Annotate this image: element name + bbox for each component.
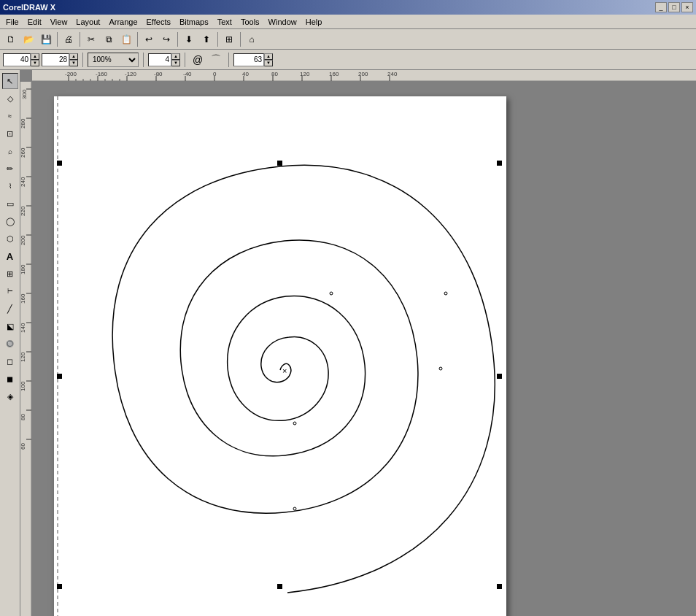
handle-bottom-right[interactable] (497, 584, 502, 589)
separator-tb2-1 (82, 53, 83, 67)
menu-help[interactable]: Help (301, 16, 327, 28)
svg-text:-200: -200 (65, 71, 77, 77)
handle-top-left[interactable] (57, 161, 62, 166)
page-canvas: × (54, 96, 506, 616)
separator-tb2-4 (228, 53, 229, 67)
x-spin-buttons[interactable]: ▲ ▼ (31, 53, 39, 66)
handle-bottom-left[interactable] (57, 584, 62, 589)
y-input[interactable]: 28 (42, 53, 69, 66)
redo-button[interactable]: ↪ (158, 31, 174, 47)
export-button[interactable]: ⬆ (198, 31, 214, 47)
fill-tool[interactable]: ◼ (2, 371, 18, 387)
handle-bottom-center[interactable] (277, 584, 282, 589)
dimension-tool[interactable]: ⊢ (2, 283, 18, 299)
svg-text:240: 240 (20, 177, 26, 187)
y-spin-buttons[interactable]: ▲ ▼ (69, 53, 78, 66)
maximize-button[interactable]: □ (668, 2, 680, 12)
expansion-buttons[interactable]: ▲ ▼ (264, 53, 273, 66)
svg-text:160: 160 (20, 293, 26, 304)
menu-arrange[interactable]: Arrange (104, 16, 142, 28)
logarithmic-spiral-button[interactable]: ⌒ (208, 52, 224, 68)
ruler-top-svg: -200 -160 -120 -80 -40 0 40 80 120 160 (32, 70, 696, 82)
ruler-left-svg: 300 280 260 240 220 200 180 160 140 120 (20, 82, 32, 616)
table-tool[interactable]: ⊞ (2, 266, 18, 282)
expansion-increment[interactable]: ▲ (264, 53, 273, 60)
copy-button[interactable]: ⧉ (101, 31, 117, 47)
svg-text:100: 100 (20, 381, 26, 391)
interactive-fill-tool[interactable]: ◈ (2, 388, 18, 404)
symmetric-spiral-button[interactable]: @ (190, 52, 206, 68)
shape-tool[interactable]: ◇ (2, 91, 18, 107)
y-increment[interactable]: ▲ (69, 53, 78, 60)
separator-2 (80, 32, 80, 47)
x-increment[interactable]: ▲ (31, 53, 39, 60)
menu-file[interactable]: File (1, 16, 23, 28)
spiral-turns-decrement[interactable]: ▼ (171, 60, 180, 66)
x-input[interactable]: 40 (3, 53, 31, 66)
canvas-area[interactable]: -200 -160 -120 -80 -40 0 40 80 120 160 (20, 70, 696, 616)
menu-layout[interactable]: Layout (71, 16, 104, 28)
cut-button[interactable]: ✂ (83, 31, 99, 47)
handle-middle-left[interactable] (57, 374, 62, 379)
menu-view[interactable]: View (46, 16, 72, 28)
text-tool[interactable]: A (2, 248, 18, 264)
separator-4 (177, 32, 178, 47)
welcome-button[interactable]: ⌂ (244, 31, 260, 47)
zoom-dropdown[interactable]: 100% 50% 75% 150% 200% (88, 53, 139, 67)
y-spinbox[interactable]: 28 ▲ ▼ (42, 53, 78, 66)
undo-button[interactable]: ↩ (141, 31, 157, 47)
expansion-decrement[interactable]: ▼ (264, 60, 273, 66)
spiral-drawing: × (54, 96, 506, 616)
handle-middle-right[interactable] (497, 374, 502, 379)
minimize-button[interactable]: _ (655, 2, 667, 12)
import-button[interactable]: ⬇ (181, 31, 197, 47)
connector-tool[interactable]: ╱ (2, 301, 18, 317)
separator-5 (217, 32, 218, 47)
menu-bitmaps[interactable]: Bitmaps (175, 16, 213, 28)
x-spinbox[interactable]: 40 ▲ ▼ (3, 53, 39, 66)
print-button[interactable]: 🖨 (61, 31, 77, 47)
expansion-input[interactable]: 63 (233, 53, 264, 66)
eyedropper-tool[interactable]: 🔘 (2, 336, 18, 352)
svg-text:-40: -40 (183, 71, 192, 77)
smart-draw-tool[interactable]: ⌇ (2, 178, 18, 194)
spiral-turns-increment[interactable]: ▲ (171, 53, 180, 60)
zoom-tool[interactable]: ⌕ (2, 143, 18, 159)
menu-window[interactable]: Window (264, 16, 301, 28)
separator-3 (137, 32, 138, 47)
spiral-path (112, 165, 495, 593)
polygon-tool[interactable]: ⬡ (2, 231, 18, 247)
crop-tool[interactable]: ⊡ (2, 126, 18, 142)
menu-edit[interactable]: Edit (23, 16, 46, 28)
y-decrement[interactable]: ▼ (69, 60, 78, 66)
arc-midpoint-bottom (293, 507, 296, 510)
window-controls[interactable]: _ □ × (655, 2, 693, 12)
blend-tool[interactable]: ⬕ (2, 318, 18, 334)
canvas-scroll[interactable]: × (32, 82, 696, 616)
app-launcher-button[interactable]: ⊞ (221, 31, 237, 47)
spiral-turns-input[interactable]: 4 (148, 53, 171, 66)
freehand-tool[interactable]: ✏ (2, 161, 18, 177)
menu-tools[interactable]: Tools (236, 16, 264, 28)
menu-bar: File Edit View Layout Arrange Effects Bi… (0, 15, 696, 29)
save-button[interactable]: 💾 (38, 31, 54, 47)
x-decrement[interactable]: ▼ (31, 60, 39, 66)
open-button[interactable]: 📂 (20, 31, 36, 47)
spiral-turns-spinbox[interactable]: 4 ▲ ▼ (148, 53, 180, 66)
arc-midpoint-mid (439, 367, 442, 370)
svg-text:-160: -160 (96, 71, 108, 77)
spiral-turns-buttons[interactable]: ▲ ▼ (171, 53, 180, 66)
handle-top-right[interactable] (497, 161, 502, 166)
smear-tool[interactable]: ≈ (2, 108, 18, 124)
ellipse-tool[interactable]: ◯ (2, 213, 18, 229)
menu-effects[interactable]: Effects (142, 16, 175, 28)
close-button[interactable]: × (681, 2, 693, 12)
outline-tool[interactable]: ◻ (2, 353, 18, 369)
rectangle-tool[interactable]: ▭ (2, 196, 18, 212)
pointer-tool[interactable]: ↖ (2, 73, 18, 89)
toolbox: ↖ ◇ ≈ ⊡ ⌕ ✏ ⌇ ▭ ◯ ⬡ A ⊞ ⊢ ╱ ⬕ 🔘 ◻ ◼ ◈ (0, 70, 20, 616)
new-button[interactable]: 🗋 (3, 31, 19, 47)
menu-text[interactable]: Text (213, 16, 236, 28)
paste-button[interactable]: 📋 (118, 31, 134, 47)
expansion-spinbox[interactable]: 63 ▲ ▼ (233, 53, 273, 66)
